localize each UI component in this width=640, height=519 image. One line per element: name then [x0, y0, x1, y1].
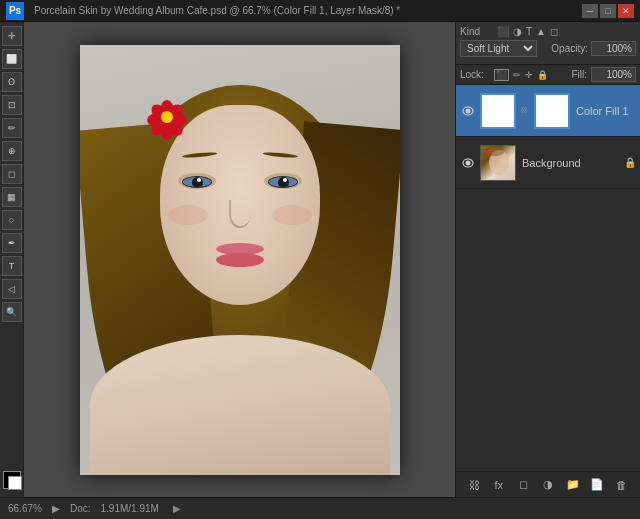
eyebrow-right — [262, 151, 297, 158]
opacity-input[interactable] — [591, 41, 636, 56]
dodge-tool[interactable]: ○ — [2, 210, 22, 230]
link-layers-button[interactable]: ⛓ — [464, 476, 484, 494]
status-arrow[interactable]: ▶ — [52, 503, 60, 514]
layer-thumb-background — [480, 145, 516, 181]
layer-visibility-background[interactable] — [460, 155, 476, 171]
layer-item-background[interactable]: Background 🔒 — [456, 137, 640, 189]
eye-left — [182, 176, 212, 188]
status-bar: 66.67% ▶ Doc: 1.91M/1.91M ▶ — [0, 497, 640, 519]
window-title: Porcelain Skin by Wedding Album Cafe.psd… — [34, 5, 400, 16]
kind-adjustment-icon[interactable]: ◑ — [512, 26, 523, 37]
clone-tool[interactable]: ⊕ — [2, 141, 22, 161]
photo-canvas — [80, 45, 400, 475]
brush-tool[interactable]: ✏ — [2, 118, 22, 138]
lower-lip — [216, 253, 264, 267]
eye-highlight-left — [197, 178, 201, 182]
fill-input[interactable] — [591, 67, 636, 82]
layers-header: Kind ⬛ ◑ T ▲ ◻ Soft Light Opacity: — [456, 22, 640, 65]
doc-size: 1.91M/1.91M — [100, 503, 158, 514]
lock-transparent-icon[interactable]: ⬛ — [494, 69, 509, 81]
chain-icon-color-fill: ⛓ — [518, 105, 530, 117]
zoom-level: 66.67% — [8, 503, 42, 514]
add-mask-button[interactable]: ◻ — [513, 476, 533, 494]
nose — [229, 200, 251, 228]
eye-right — [268, 176, 298, 188]
layer-thumbs-background — [480, 145, 516, 181]
kind-shape-icon[interactable]: ▲ — [535, 26, 547, 37]
pen-tool[interactable]: ✒ — [2, 233, 22, 253]
lock-row: Lock: ⬛ ✏ ✛ 🔒 Fill: — [456, 65, 640, 85]
new-adjustment-button[interactable]: ◑ — [538, 476, 558, 494]
panel-bottom-toolbar: ⛓ fx ◻ ◑ 📁 📄 🗑 — [456, 471, 640, 497]
cheek-left — [168, 205, 208, 225]
new-layer-button[interactable]: 📄 — [587, 476, 607, 494]
lock-position-icon[interactable]: ✛ — [525, 70, 533, 80]
kind-pixel-icon[interactable]: ⬛ — [496, 26, 510, 37]
foreground-color[interactable] — [3, 471, 21, 489]
minimize-button[interactable]: ─ — [582, 4, 598, 18]
maximize-button[interactable]: □ — [600, 4, 616, 18]
cheek-right — [272, 205, 312, 225]
add-style-button[interactable]: fx — [489, 476, 509, 494]
kind-label: Kind — [460, 26, 490, 37]
layer-item-color-fill[interactable]: ⛓ Color Fill 1 — [456, 85, 640, 137]
marquee-tool[interactable]: ⬜ — [2, 49, 22, 69]
title-bar: Ps Porcelain Skin by Wedding Album Cafe.… — [0, 0, 640, 22]
delete-layer-button[interactable]: 🗑 — [612, 476, 632, 494]
crop-tool[interactable]: ⊡ — [2, 95, 22, 115]
right-panel: Kind ⬛ ◑ T ▲ ◻ Soft Light Opacity: Lock: — [455, 22, 640, 497]
flower-center — [161, 111, 173, 123]
layer-name-background: Background — [522, 157, 620, 169]
zoom-tool[interactable]: 🔍 — [2, 302, 22, 322]
svg-point-1 — [466, 108, 471, 113]
main-layout: ✛ ⬜ ʘ ⊡ ✏ ⊕ ◻ ▦ ○ ✒ T ◁ 🔍 思缘设计社区 www.mis… — [0, 22, 640, 497]
lock-label: Lock: — [460, 69, 490, 80]
opacity-label: Opacity: — [540, 43, 588, 54]
layer-locked-icon: 🔒 — [624, 157, 636, 168]
left-toolbar: ✛ ⬜ ʘ ⊡ ✏ ⊕ ◻ ▦ ○ ✒ T ◁ 🔍 — [0, 22, 24, 497]
canvas-area: 思缘设计社区 www.missyuan.com — [24, 22, 455, 497]
red-flower — [150, 100, 185, 135]
shape-tool[interactable]: ◁ — [2, 279, 22, 299]
lock-all-icon[interactable]: 🔒 — [537, 70, 548, 80]
layer-mask-thumb-color-fill — [534, 93, 570, 129]
face — [160, 105, 320, 305]
fill-label: Fill: — [557, 69, 587, 80]
kind-type-icon[interactable]: T — [525, 26, 533, 37]
eye-highlight-right — [283, 178, 287, 182]
move-tool[interactable]: ✛ — [2, 26, 22, 46]
ps-icon: Ps — [6, 2, 24, 20]
shoulders — [90, 335, 390, 475]
gradient-tool[interactable]: ▦ — [2, 187, 22, 207]
close-button[interactable]: ✕ — [618, 4, 634, 18]
kind-row: Kind ⬛ ◑ T ▲ ◻ — [460, 26, 636, 37]
text-tool[interactable]: T — [2, 256, 22, 276]
doc-label: Doc: — [70, 503, 91, 514]
layer-visibility-color-fill[interactable] — [460, 103, 476, 119]
window-controls: ─ □ ✕ — [582, 4, 634, 18]
lasso-tool[interactable]: ʘ — [2, 72, 22, 92]
lock-image-icon[interactable]: ✏ — [513, 70, 521, 80]
kind-icons: ⬛ ◑ T ▲ ◻ — [496, 26, 559, 37]
new-group-button[interactable]: 📁 — [563, 476, 583, 494]
layers-list[interactable]: ⛓ Color Fill 1 — [456, 85, 640, 471]
svg-point-3 — [466, 160, 471, 165]
eraser-tool[interactable]: ◻ — [2, 164, 22, 184]
kind-smart-icon[interactable]: ◻ — [549, 26, 559, 37]
background-color[interactable] — [8, 476, 22, 490]
layer-thumb-color-fill — [480, 93, 516, 129]
layer-thumbs-color-fill: ⛓ — [480, 93, 570, 129]
eyebrow-left — [181, 151, 216, 158]
ps-logo: Ps Porcelain Skin by Wedding Album Cafe.… — [6, 2, 400, 20]
blend-mode-select[interactable]: Soft Light — [460, 40, 537, 57]
blend-opacity-row: Soft Light Opacity: — [460, 40, 636, 57]
canvas-wrapper — [80, 45, 400, 475]
layer-name-color-fill: Color Fill 1 — [576, 105, 636, 117]
status-arrow-right[interactable]: ▶ — [173, 503, 181, 514]
